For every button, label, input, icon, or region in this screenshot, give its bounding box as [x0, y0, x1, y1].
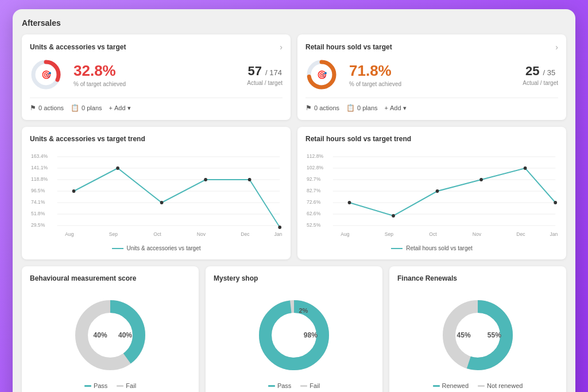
- svg-text:118.8%: 118.8%: [31, 176, 48, 182]
- mystery-pass-label: Pass: [277, 382, 291, 389]
- svg-point-48: [524, 166, 527, 170]
- card-header: Units & accessories vs target ›: [30, 42, 283, 52]
- units-trend-title: Units & accessories vs target trend: [30, 135, 145, 143]
- svg-text:Oct: Oct: [429, 231, 437, 237]
- mystery-fail-label: Fail: [310, 382, 320, 389]
- svg-text:Oct: Oct: [153, 231, 161, 237]
- svg-point-45: [392, 214, 395, 218]
- units-actions-btn[interactable]: ⚑ 0 actions: [30, 104, 64, 112]
- chevron-right-icon[interactable]: ›: [280, 42, 283, 52]
- units-target-card: Units & accessories vs target › 🎯 32.8% …: [22, 34, 291, 120]
- finance-renewals-card: Finance Renewals 45% 55%: [389, 266, 566, 392]
- fail-dot: [117, 385, 123, 387]
- svg-text:92.7%: 92.7%: [307, 176, 321, 182]
- behavioural-fail-legend: Fail: [117, 382, 136, 389]
- svg-text:112.8%: 112.8%: [307, 153, 323, 159]
- retail-actual-label: Actual / target: [523, 80, 558, 86]
- renewed-dot: [433, 385, 440, 387]
- svg-text:Sep: Sep: [109, 231, 118, 237]
- svg-point-22: [248, 178, 252, 181]
- not-renewed-label: Not renewed: [487, 382, 523, 389]
- finance-renewals-legend: Renewed Not renewed: [433, 382, 523, 389]
- retail-plans-icon: 📋: [346, 104, 355, 112]
- units-trend-chart: 163.4% 141.1% 118.8% 96.5% 74.1% 51.8% 2…: [30, 150, 283, 242]
- svg-point-44: [348, 201, 351, 204]
- svg-text:163.4%: 163.4%: [31, 153, 48, 159]
- retail-actions-btn[interactable]: ⚑ 0 actions: [305, 104, 339, 112]
- retail-plans-label: 0 plans: [357, 104, 377, 111]
- svg-text:Jan: Jan: [274, 231, 282, 237]
- target-icon: 🎯: [41, 70, 51, 79]
- retail-hours-title: Retail hours sold vs target: [305, 43, 392, 51]
- units-pct: 32.8%: [74, 62, 126, 80]
- behavioural-pass-pct: 40%: [94, 331, 107, 339]
- svg-text:Sep: Sep: [385, 231, 393, 237]
- svg-point-47: [479, 178, 483, 181]
- mystery-pass-legend: Pass: [268, 382, 291, 389]
- svg-text:Nov: Nov: [473, 231, 482, 237]
- plus-icon: +: [109, 104, 113, 111]
- svg-text:96.5%: 96.5%: [31, 188, 45, 193]
- units-actual: 57 / 174 Actual / target: [247, 64, 283, 86]
- svg-text:62.6%: 62.6%: [307, 211, 321, 216]
- retail-plus-icon: +: [385, 104, 388, 111]
- svg-text:141.1%: 141.1%: [31, 165, 48, 170]
- retail-add-btn[interactable]: + Add ▾: [385, 104, 407, 112]
- retail-actions-label: 0 actions: [314, 104, 339, 111]
- behavioural-pass-label: Pass: [94, 382, 107, 389]
- svg-text:51.8%: 51.8%: [31, 211, 45, 216]
- svg-text:102.8%: 102.8%: [307, 165, 323, 170]
- retail-actual: 25 / 35 Actual / target: [523, 64, 558, 86]
- units-add-btn[interactable]: + Add ▾: [109, 104, 131, 112]
- finance-renewals-title: Finance Renewals: [397, 274, 457, 282]
- bottom-row: Behavioural measurement score 40% 40%: [22, 266, 566, 392]
- retail-chevron-right-icon[interactable]: ›: [555, 42, 558, 52]
- svg-text:72.6%: 72.6%: [307, 199, 321, 205]
- dashboard: Aftersales Units & accessories vs target…: [13, 9, 575, 392]
- retail-legend-line: [391, 248, 403, 249]
- units-legend-line: [112, 248, 123, 249]
- retail-trend-legend: Retail hours sold vs target: [305, 245, 558, 251]
- svg-point-20: [160, 201, 164, 204]
- svg-text:Dec: Dec: [516, 231, 525, 237]
- mystery-shop-chart: 2% 98% Pass Fail: [214, 289, 374, 392]
- behavioural-legend: Pass Fail: [84, 382, 136, 389]
- svg-text:Jan: Jan: [550, 231, 558, 237]
- svg-text:29.5%: 29.5%: [31, 222, 45, 228]
- retail-trend-title: Retail hours sold vs target trend: [305, 135, 411, 143]
- svg-text:Dec: Dec: [241, 231, 250, 237]
- dashboard-title: Aftersales: [22, 18, 566, 28]
- svg-text:82.7%: 82.7%: [307, 188, 321, 193]
- actions-icon: ⚑: [30, 104, 36, 112]
- plans-icon: 📋: [71, 104, 79, 112]
- units-actions-label: 0 actions: [38, 104, 64, 111]
- units-trend-header: Units & accessories vs target trend: [30, 135, 283, 143]
- mystery-shop-card: Mystery shop 2% 98%: [206, 266, 382, 392]
- retail-pct: 71.8%: [349, 62, 401, 80]
- mystery-shop-legend: Pass Fail: [268, 382, 320, 389]
- svg-text:74.1%: 74.1%: [31, 199, 45, 205]
- retail-trend-card: Retail hours sold vs target trend 112.8%…: [297, 127, 566, 259]
- mystery-pass-pct: 98%: [304, 331, 318, 339]
- behavioural-fail-label: Fail: [126, 382, 136, 389]
- retail-plans-btn[interactable]: 📋 0 plans: [346, 104, 377, 112]
- mystery-fail-pct: 2%: [299, 307, 308, 314]
- behavioural-fail-pct: 40%: [118, 331, 132, 339]
- units-plans-btn[interactable]: 📋 0 plans: [71, 104, 102, 112]
- units-legend-label: Units & accessories vs target: [127, 245, 201, 251]
- retail-action-bar: ⚑ 0 actions 📋 0 plans + Add ▾: [305, 98, 558, 112]
- retail-legend-label: Retail hours sold vs target: [406, 245, 473, 251]
- metric-content: 🎯 32.8% % of target achieved 57 / 174 Ac…: [30, 59, 283, 91]
- middle-row: Units & accessories vs target trend 163.…: [22, 127, 566, 259]
- behavioural-chart: 40% 40% Pass Fail: [30, 289, 191, 392]
- mystery-fail-dot: [300, 385, 307, 387]
- svg-point-19: [116, 166, 119, 170]
- retail-actual-value: 25 / 35: [523, 64, 558, 79]
- retail-donut: 🎯: [305, 59, 338, 91]
- retail-card-header: Retail hours sold vs target ›: [305, 42, 558, 52]
- units-add-label: Add: [114, 104, 126, 111]
- retail-trend-chart: 112.8% 102.8% 92.7% 82.7% 72.6% 62.6% 52…: [305, 150, 558, 242]
- svg-point-21: [204, 178, 207, 181]
- top-row: Units & accessories vs target › 🎯 32.8% …: [22, 34, 566, 120]
- add-chevron-icon: ▾: [127, 104, 131, 112]
